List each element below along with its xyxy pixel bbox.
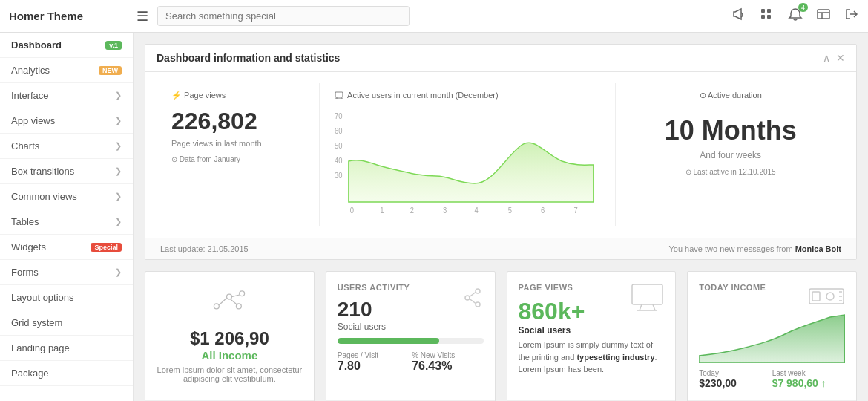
page-views-footer: ⊙ Data from January: [171, 155, 304, 163]
users-activity-body: USERS ACTIVITY 210 Social users: [326, 272, 495, 400]
svg-line-28: [220, 298, 227, 304]
search-input[interactable]: [157, 6, 410, 26]
svg-rect-7: [335, 92, 343, 97]
sidebar-item-layout[interactable]: Layout options: [0, 285, 133, 310]
brand-title: Homer Theme: [9, 10, 128, 22]
svg-text:40: 40: [335, 157, 343, 165]
page-views-value: 226,802: [171, 108, 304, 135]
svg-line-38: [653, 304, 655, 310]
sidebar-item-forms[interactable]: Forms ❯: [0, 260, 133, 285]
pv-label: Social users: [519, 325, 665, 336]
sidebar-label: Box transitions: [11, 166, 74, 177]
stats-grid: Pages / Visit 7.80 % New Visits 76.43%: [338, 351, 484, 373]
duration-footer: ⊙ Last active in 12.10.2015: [631, 168, 830, 176]
today-income-card: TODAY INCOME: [687, 271, 857, 401]
today-col: Today $230,00: [699, 369, 772, 389]
chevron-icon: ❯: [115, 91, 122, 100]
logout-icon[interactable]: [844, 7, 859, 25]
topbar-icons: 4: [731, 7, 859, 25]
chevron-icon: ❯: [115, 116, 122, 125]
svg-text:1: 1: [380, 206, 384, 215]
megaphone-icon[interactable]: [731, 7, 746, 25]
area-chart-svg: 70 60 50 40 30 0 1 2 3 4 5 6 7: [335, 105, 600, 217]
svg-text:6: 6: [541, 206, 545, 215]
sidebar-label: Dashboard: [11, 39, 62, 50]
today-value: $230,00: [699, 377, 772, 389]
last-update: Last update: 21.05.2015: [160, 244, 249, 253]
sidebar-item-commonviews[interactable]: Common views ❯: [0, 184, 133, 209]
sidebar-item-grid[interactable]: Grid system: [0, 310, 133, 336]
pv-desc: Lorem Ipsum is simply dummy text of the …: [519, 339, 665, 376]
svg-point-42: [826, 293, 834, 300]
pv-big-value: 860k+: [519, 298, 585, 325]
sidebar-item-package[interactable]: Package: [0, 361, 133, 386]
close-icon[interactable]: ✕: [836, 52, 845, 64]
svg-text:70: 70: [335, 112, 343, 120]
progress-fill: [338, 338, 440, 344]
panel-header: Dashboard information and statistics ∧ ✕: [145, 45, 856, 72]
svg-text:7: 7: [574, 206, 578, 215]
sidebar-item-boxtransitions[interactable]: Box transitions ❯: [0, 159, 133, 184]
pages-visit-value: 7.80: [338, 359, 409, 373]
chevron-icon: ❯: [115, 192, 122, 201]
svg-line-35: [470, 299, 476, 304]
topbar: Homer Theme ☰ 4: [0, 0, 868, 33]
svg-rect-4: [818, 10, 829, 19]
svg-rect-36: [632, 284, 662, 304]
panel-controls: ∧ ✕: [823, 52, 845, 64]
sidebar-item-tables[interactable]: Tables ❯: [0, 209, 133, 235]
page-views-card: PAGE VIEWS 860k+ Social user: [507, 271, 677, 401]
pages-visit-block: Pages / Visit 7.80: [338, 351, 409, 373]
sidebar-label: Charts: [11, 140, 39, 151]
users-activity-card: USERS ACTIVITY 210 Social users: [326, 271, 496, 401]
collapse-icon[interactable]: ∧: [823, 52, 830, 64]
share-icon: [461, 287, 484, 313]
sidebar-label: Widgets: [11, 241, 46, 252]
sidebar-label: Analytics: [11, 65, 50, 76]
menu-icon[interactable]: ☰: [137, 8, 148, 25]
progress-bar: [338, 338, 484, 344]
svg-line-30: [231, 299, 237, 305]
income-value: $1 206,90: [157, 328, 303, 349]
update-row: Last update: 21.05.2015 You have two new…: [145, 238, 856, 259]
sidebar: Dashboard v.1 Analytics NEW Interface ❯ …: [0, 33, 134, 401]
users-sublabel: Social users: [338, 322, 410, 332]
svg-rect-41: [812, 292, 820, 301]
duration-sub: And four weeks: [631, 150, 830, 160]
sidebar-label: Interface: [11, 90, 49, 101]
notifications-icon[interactable]: 4: [788, 7, 803, 25]
today-income-header: TODAY INCOME: [699, 283, 766, 292]
svg-line-37: [640, 304, 642, 310]
lastweek-value: $7 980,60 ↑: [772, 377, 845, 389]
page-views-card-body: PAGE VIEWS 860k+ Social user: [507, 272, 676, 400]
chevron-icon: ❯: [115, 217, 122, 226]
sidebar-item-appviews[interactable]: App views ❯: [0, 108, 133, 134]
users-count: 210: [338, 298, 410, 322]
chevron-icon: ❯: [115, 166, 122, 176]
sidebar-item-interface[interactable]: Interface ❯: [0, 83, 133, 108]
income-desc: Lorem ipsum dolor sit amet, consectetur …: [157, 365, 303, 383]
monitor-icon: [631, 283, 664, 315]
sidebar-item-landing[interactable]: Landing page: [0, 336, 133, 361]
sidebar-item-analytics[interactable]: Analytics NEW: [0, 58, 133, 83]
svg-point-25: [227, 294, 232, 299]
users-activity-header: USERS ACTIVITY: [338, 283, 410, 292]
page-views-block: ⚡ Page views 226,802 Page views in last …: [157, 83, 320, 226]
svg-rect-0: [761, 9, 765, 13]
layout: Dashboard v.1 Analytics NEW Interface ❯ …: [0, 33, 868, 401]
svg-point-33: [476, 302, 480, 307]
sidebar-label: App views: [11, 115, 55, 126]
svg-text:60: 60: [335, 127, 343, 135]
main-content: Dashboard information and statistics ∧ ✕…: [134, 33, 868, 401]
today-label: Today: [699, 369, 772, 377]
sidebar-item-widgets[interactable]: Widgets Special: [0, 235, 133, 260]
sidebar-item-dashboard[interactable]: Dashboard v.1: [0, 33, 133, 58]
duration-block: ⊙ Active duration 10 Months And four wee…: [616, 83, 845, 226]
layout-icon[interactable]: [816, 7, 831, 25]
apps-icon[interactable]: [760, 7, 775, 25]
chart-label: Active users in current month (December): [335, 91, 600, 100]
svg-text:2: 2: [410, 206, 414, 215]
new-visits-label: % New Visits: [412, 351, 483, 359]
chart-title: Active users in current month (December): [347, 91, 499, 100]
sidebar-item-charts[interactable]: Charts ❯: [0, 134, 133, 159]
